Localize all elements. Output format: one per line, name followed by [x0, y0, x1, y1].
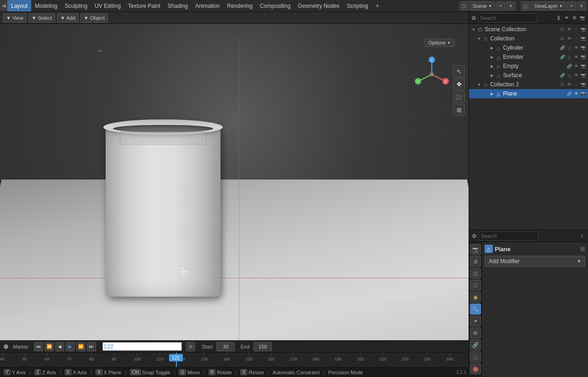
- next-frame-btn[interactable]: ⏩: [76, 342, 85, 351]
- menu-item-texture-paint[interactable]: Texture Paint: [124, 0, 164, 11]
- col2-render-icon[interactable]: 📷: [580, 81, 586, 88]
- menu-item-sculpting[interactable]: Sculpting: [61, 0, 91, 11]
- select-menu[interactable]: ▼ Select: [28, 13, 56, 23]
- collection2-label: Collection 2: [490, 81, 559, 88]
- plane-render-icon[interactable]: 📷: [580, 90, 586, 97]
- cyl-mesh-icon[interactable]: △: [566, 45, 572, 51]
- outliner-item-scene-collection[interactable]: ▼ ⬡ Scene Collection ☑ 👁 ↑ 📷: [469, 25, 588, 34]
- col-render-icon[interactable]: 📷: [580, 35, 586, 42]
- timeline-ruler[interactable]: 4050607080901001101201301401501601701801…: [0, 353, 469, 367]
- prev-frame-btn[interactable]: ◀: [55, 342, 64, 351]
- add-menu[interactable]: ▼ Add: [57, 13, 79, 23]
- cyl-render-icon[interactable]: 📷: [580, 45, 586, 51]
- header-scene-icon[interactable]: ⬡: [459, 1, 469, 11]
- add-modifier-button[interactable]: Add Modifier ▼: [485, 256, 585, 267]
- cyl-eye-icon[interactable]: 👁: [573, 45, 579, 51]
- properties-tabs: 📷 🖨 ◫ ⬡ ▣ 🔧 ✦ ⚙ 🔗 △ ⬤: [469, 242, 482, 377]
- key-ctrl: Ctrl: [130, 369, 141, 375]
- jump-start-btn[interactable]: ⏮: [34, 342, 43, 351]
- object-menu[interactable]: ▼ Object: [80, 13, 108, 23]
- outliner-hide-col[interactable]: 👁: [563, 15, 570, 21]
- header-scene-selector[interactable]: Scene ▼: [469, 1, 495, 11]
- outliner-filter-icon[interactable]: ⊻: [555, 15, 562, 21]
- end-frame-input[interactable]: [254, 342, 272, 351]
- em-render-icon[interactable]: 📷: [580, 54, 586, 60]
- properties-search[interactable]: [479, 231, 538, 241]
- menu-item-layout[interactable]: Layout: [7, 0, 31, 11]
- prop-tab-obj-data[interactable]: △: [470, 351, 481, 362]
- outliner-item-cylinder[interactable]: ▶ △ Cylinder 🔗 △ 👁 📷: [469, 43, 588, 52]
- prop-tab-particles[interactable]: ✦: [470, 315, 481, 326]
- prop-tab-scene[interactable]: ⬡: [470, 280, 481, 291]
- menu-item-compositing[interactable]: Compositing: [256, 0, 294, 11]
- em-constraint-icon[interactable]: 🔗: [559, 54, 565, 60]
- outliner-item-plane[interactable]: ▶ △ Plane 🔗 👁 📷: [469, 89, 588, 98]
- menu-item-modeling[interactable]: Modeling: [31, 0, 61, 11]
- header-viewlayer-add[interactable]: +: [567, 1, 576, 11]
- props-options-icon[interactable]: ⊻: [579, 233, 585, 239]
- play-btn[interactable]: ▶: [66, 342, 75, 351]
- col2-visibility-icon[interactable]: ☑: [559, 81, 565, 88]
- surf-render-icon[interactable]: 📷: [580, 72, 586, 79]
- em-mesh-icon[interactable]: △: [566, 54, 572, 60]
- outliner-item-collection2[interactable]: ▼ □ Collection 2 ☑ 👁 ↑ 📷: [469, 80, 588, 89]
- eye-icon[interactable]: 👁: [566, 26, 572, 33]
- menu-item-shading[interactable]: Shading: [164, 0, 192, 11]
- current-frame-input[interactable]: [102, 342, 182, 351]
- frame-options-btn[interactable]: ⊙: [186, 342, 195, 351]
- select-icon[interactable]: ↑: [573, 26, 579, 33]
- menu-item-geometry-nodes[interactable]: Geometry Nodes: [294, 0, 343, 11]
- outliner-item-collection[interactable]: ▼ □ Collection ☑ 👁 ↑ 📷: [469, 34, 588, 43]
- outliner-restrict-col[interactable]: ⦿: [571, 15, 577, 21]
- col2-select-icon[interactable]: ↑: [573, 81, 579, 88]
- plane-eye-icon[interactable]: 👁: [573, 90, 579, 97]
- viewport-3d[interactable]: ▼ View ▼ Select ▼ Add ▼ Object: [0, 12, 469, 377]
- prev-keyframe-btn[interactable]: ⏪: [45, 342, 54, 351]
- menu-item-animation[interactable]: Animation: [192, 0, 223, 11]
- surf-constraint-icon[interactable]: 🔗: [559, 72, 565, 79]
- prop-tab-render[interactable]: 📷: [470, 244, 481, 255]
- outliner-render-col[interactable]: 📷: [579, 15, 585, 21]
- render-icon[interactable]: 📷: [580, 26, 586, 33]
- header-scene-add[interactable]: +: [496, 1, 505, 11]
- header-scene-del[interactable]: ✕: [506, 1, 515, 11]
- visibility-icon[interactable]: ☑: [559, 26, 565, 33]
- header-viewlayer-selector[interactable]: ViewLayer ▼: [531, 1, 566, 11]
- prop-tab-output[interactable]: 🖨: [470, 256, 481, 267]
- outliner-item-empty[interactable]: ▶ ◇ Empty 🔗 👁 📷: [469, 62, 588, 71]
- prop-tab-object[interactable]: ▣: [470, 292, 481, 303]
- empty-label: Empty: [503, 63, 566, 69]
- menu-item-help[interactable]: ◀: [0, 0, 7, 11]
- prop-tab-constraints[interactable]: 🔗: [470, 339, 481, 350]
- header-viewlayer-del[interactable]: ✕: [577, 1, 586, 11]
- empty-constraint-icon[interactable]: 🔗: [566, 63, 572, 69]
- header-viewlayer-icon[interactable]: ◫: [521, 1, 530, 11]
- prop-tab-material[interactable]: ⬤: [470, 363, 481, 374]
- view-menu[interactable]: ▼ View: [3, 13, 27, 23]
- em-eye-icon[interactable]: 👁: [573, 54, 579, 60]
- col-eye-icon[interactable]: 👁: [566, 35, 572, 42]
- empty-render-icon[interactable]: 📷: [580, 63, 586, 69]
- menu-item-scripting[interactable]: Scripting: [343, 0, 372, 11]
- jump-end-btn[interactable]: ⏭: [87, 342, 96, 351]
- col-visibility-icon[interactable]: ☑: [559, 35, 565, 42]
- outliner-search[interactable]: [478, 13, 537, 23]
- prop-tab-view[interactable]: ◫: [470, 268, 481, 279]
- start-frame-input[interactable]: [216, 342, 235, 351]
- surf-mesh-icon[interactable]: △: [566, 72, 572, 79]
- outliner-item-surface[interactable]: ▶ △ Surface 🔗 △ 👁 📷: [469, 71, 588, 80]
- outliner-item-emmiter[interactable]: ▶ △ Emmiter 🔗 △ 👁 📷: [469, 52, 588, 62]
- prop-tab-modifier[interactable]: 🔧: [470, 304, 481, 315]
- prop-tab-physics[interactable]: ⚙: [470, 327, 481, 338]
- plane-constraint-icon[interactable]: 🔗: [566, 90, 572, 97]
- col2-eye-icon[interactable]: 👁: [566, 81, 572, 88]
- object-link-icon[interactable]: ⛓: [580, 246, 585, 252]
- col-select-icon[interactable]: ↑: [573, 35, 579, 42]
- cyl-constraint-icon[interactable]: 🔗: [559, 45, 565, 51]
- empty-eye-icon[interactable]: 👁: [573, 63, 579, 69]
- menu-item-rendering[interactable]: Rendering: [223, 0, 256, 11]
- menu-item-plus[interactable]: +: [372, 0, 383, 11]
- menu-item-uv-editing[interactable]: UV Editing: [91, 0, 124, 11]
- emmiter-label: Emmiter: [503, 54, 559, 60]
- surf-eye-icon[interactable]: 👁: [573, 72, 579, 79]
